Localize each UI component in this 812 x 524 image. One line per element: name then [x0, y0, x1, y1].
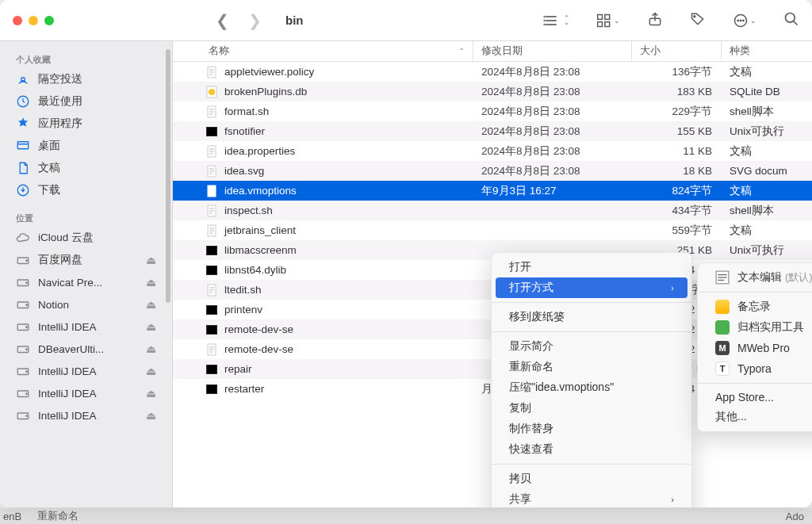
sidebar-location[interactable]: 百度网盘⏏: [0, 249, 172, 271]
eject-icon[interactable]: ⏏: [146, 387, 156, 400]
ow-archive[interactable]: 归档实用工具: [698, 317, 812, 338]
svg-rect-80: [207, 306, 216, 314]
sidebar-location[interactable]: IntelliJ IDEA⏏: [0, 404, 172, 426]
ow-textedit[interactable]: 文本编辑(默认): [698, 267, 812, 288]
sidebar-item-label: IntelliJ IDEA: [38, 388, 97, 400]
sidebar-item-label: DBeaverUlti...: [38, 343, 104, 355]
ow-app-store[interactable]: App Store...: [698, 388, 812, 407]
sidebar-location[interactable]: IntelliJ IDEA⏏: [0, 316, 172, 338]
close-window-button[interactable]: [13, 16, 22, 25]
ctx-compress[interactable]: 压缩"idea.vmoptions": [492, 377, 691, 398]
file-name: libmacscreenm: [224, 244, 297, 256]
svg-point-24: [26, 260, 28, 262]
svg-rect-8: [605, 14, 610, 19]
ctx-separator: [492, 464, 691, 465]
eject-icon[interactable]: ⏏: [146, 254, 156, 266]
sidebar-item-apps[interactable]: 应用程序: [0, 113, 172, 135]
back-button[interactable]: ❮: [216, 11, 229, 30]
svg-rect-72: [207, 247, 216, 254]
file-row[interactable]: ▸appletviewer.policy2024年8月8日 23:08136字节…: [173, 62, 812, 82]
ow-notes[interactable]: 备忘录: [698, 296, 812, 317]
file-kind: Unix可执行: [722, 124, 812, 139]
eject-icon[interactable]: ⏏: [146, 276, 156, 289]
sidebar-location[interactable]: Notion⏏: [0, 293, 172, 316]
sidebar-location[interactable]: IntelliJ IDEA⏏: [0, 360, 172, 382]
file-kind: SQLite DB: [722, 86, 812, 98]
sidebar-location[interactable]: iCloud 云盘: [0, 227, 172, 249]
ctx-make-alias[interactable]: 制作替身: [492, 419, 691, 439]
file-row[interactable]: ▸idea.vmoptions年9月3日 16:27824字节文稿: [173, 181, 812, 201]
file-row[interactable]: ▸idea.properties2024年8月8日 23:0811 KB文稿: [173, 141, 812, 161]
file-name: inspect.sh: [224, 205, 273, 216]
ctx-open[interactable]: 打开: [492, 257, 691, 277]
sidebar-item-label: 下载: [38, 183, 60, 197]
ow-typora[interactable]: TTypora: [698, 358, 812, 379]
eject-icon[interactable]: ⏏: [146, 298, 156, 311]
ctx-get-info[interactable]: 显示简介: [492, 336, 691, 357]
view-options-button[interactable]: ⌃⌄: [543, 13, 569, 29]
ctx-separator: [698, 292, 812, 293]
file-name: libnst64.dylib: [224, 264, 286, 276]
sidebar-location[interactable]: DBeaverUlti...⏏: [0, 338, 172, 360]
column-header-date[interactable]: 修改日期: [473, 41, 632, 61]
zoom-window-button[interactable]: [44, 16, 54, 25]
share-button[interactable]: [647, 11, 663, 30]
sidebar-item-label: 文稿: [38, 161, 60, 175]
group-by-button[interactable]: ⌄: [596, 13, 620, 29]
file-row[interactable]: ▸jetbrains_client559字节文稿: [173, 220, 812, 240]
sidebar-location[interactable]: Navicat Pre...⏏: [0, 271, 172, 293]
forward-button[interactable]: ❯: [248, 11, 262, 30]
file-icon: [205, 125, 218, 138]
file-icon: [205, 66, 218, 78]
doc-icon: [16, 161, 30, 175]
sidebar-section-favorites: 个人收藏: [0, 49, 172, 68]
ctx-copy[interactable]: 拷贝: [492, 469, 691, 489]
minimize-window-button[interactable]: [29, 16, 38, 25]
sidebar-scrollbar[interactable]: [166, 49, 170, 303]
sidebar-item-clock[interactable]: 最近使用: [0, 90, 172, 113]
svg-rect-88: [207, 365, 216, 373]
sidebar-item-download[interactable]: 下载: [0, 179, 172, 201]
download-icon: [16, 183, 30, 197]
ctx-quick-look[interactable]: 快速查看: [492, 439, 691, 460]
file-size: 136字节: [632, 65, 722, 79]
file-row[interactable]: ▸inspect.sh434字节shell脚本: [173, 201, 812, 220]
file-row[interactable]: ▸fsnotifier2024年8月8日 23:08155 KBUnix可执行: [173, 121, 812, 141]
eject-icon[interactable]: ⏏: [146, 342, 156, 355]
ctx-share[interactable]: 共享›: [492, 489, 691, 507]
sidebar-item-doc[interactable]: 文稿: [0, 157, 172, 179]
ctx-rename[interactable]: 重新命名: [492, 357, 691, 377]
disk-icon: [16, 342, 30, 356]
file-name: repair: [224, 363, 252, 375]
tags-button[interactable]: [690, 11, 706, 30]
column-header-size[interactable]: 大小: [632, 41, 722, 61]
sidebar-item-label: Notion: [38, 299, 69, 311]
action-menu-button[interactable]: ⌄: [733, 13, 756, 29]
eject-icon[interactable]: ⏏: [146, 409, 156, 422]
ctx-open-with[interactable]: 打开方式›: [496, 277, 688, 298]
cloud-icon: [16, 231, 30, 245]
ctx-move-to-trash[interactable]: 移到废纸篓: [492, 307, 691, 327]
file-row[interactable]: ▸idea.svg2024年8月8日 23:0818 KBSVG docum: [173, 161, 812, 181]
ctx-duplicate[interactable]: 复制: [492, 398, 691, 419]
file-name: format.sh: [224, 105, 269, 117]
file-name: fsnotifier: [224, 125, 265, 137]
svg-rect-20: [17, 142, 29, 149]
disk-icon: [16, 364, 30, 378]
file-date: 2024年8月8日 23:08: [473, 164, 632, 178]
ow-other[interactable]: 其他...: [698, 407, 812, 427]
file-row[interactable]: ▸format.sh2024年8月8日 23:08229字节shell脚本: [173, 101, 812, 121]
eject-icon[interactable]: ⏏: [146, 320, 156, 333]
sidebar-item-airdrop[interactable]: 隔空投送: [0, 68, 172, 90]
file-size: 824字节: [632, 184, 722, 198]
sidebar-location[interactable]: IntelliJ IDEA⏏: [0, 382, 172, 404]
file-row[interactable]: ▸brokenPlugins.db2024年8月8日 23:08183 KBSQ…: [173, 82, 812, 101]
sidebar-item-desktop[interactable]: 桌面: [0, 135, 172, 157]
eject-icon[interactable]: ⏏: [146, 365, 156, 377]
svg-point-28: [26, 304, 28, 306]
column-header-name[interactable]: 名称⌃: [173, 41, 473, 61]
file-name: restarter: [224, 383, 264, 395]
column-header-kind[interactable]: 种类: [722, 41, 812, 61]
ow-mweb[interactable]: MMWeb Pro: [698, 338, 812, 358]
search-button[interactable]: [783, 11, 799, 30]
